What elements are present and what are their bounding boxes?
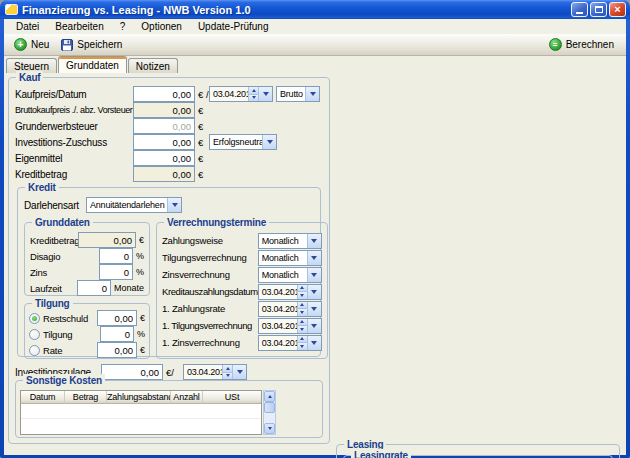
kreditbetrag-row: Kreditbetrag 0,00 €: [15, 166, 323, 182]
maximize-icon: [595, 6, 603, 13]
rate-radio[interactable]: [29, 345, 40, 356]
speichern-button[interactable]: Speichern: [55, 37, 128, 53]
kaufpreis-input[interactable]: 0,00: [133, 86, 195, 102]
table-row[interactable]: [21, 404, 261, 419]
date-spinner[interactable]: [248, 87, 258, 101]
zahlungsrate1-row: 1. Zahlungsrate 03.04.2012: [162, 300, 322, 317]
chevron-down-icon[interactable]: [307, 268, 321, 282]
col-zahlungsabstand[interactable]: Zahlungsabstand: [107, 391, 171, 404]
tab-grunddaten[interactable]: Grunddaten: [58, 56, 127, 73]
tilgungsverrechnung-select[interactable]: Monatlich: [258, 250, 322, 266]
kredit-kreditbetrag-input: 0,00: [78, 232, 136, 248]
rate-input[interactable]: 0,00: [97, 342, 137, 358]
bruttokaufpreis-row: Bruttokaufpreis ./. abz. Vorsteuer 0,00 …: [15, 102, 323, 118]
date-spinner[interactable]: [297, 319, 307, 333]
date-spinner[interactable]: [297, 336, 307, 350]
new-icon: +: [14, 38, 27, 51]
chevron-down-icon[interactable]: [262, 135, 276, 149]
tab-notizen[interactable]: Notizen: [128, 58, 178, 73]
chevron-down-icon[interactable]: [307, 251, 321, 265]
tab-strip: Steuern Grunddaten Notizen: [4, 56, 626, 73]
zinsverrechnung-select[interactable]: Monatlich: [258, 267, 322, 283]
kredit-grunddaten-group: Grunddaten Kreditbetrag 0,00 € Disagio 0: [24, 222, 150, 296]
table-scrollbar[interactable]: [263, 390, 276, 435]
zinsverrechnung1-row: 1. Zinsverrechnung 03.04.2012: [162, 334, 322, 351]
kaufpreis-label: Kaufpreis/Datum: [15, 89, 133, 100]
laufzeit-input[interactable]: 0: [77, 280, 111, 296]
menu-update-pruefung[interactable]: Update-Prüfung: [190, 20, 277, 33]
investitionszulage-date[interactable]: 03.04.2013: [183, 364, 247, 380]
zinsverrechnung1-date[interactable]: 03.04.2012: [258, 335, 322, 351]
scroll-up-icon[interactable]: [264, 391, 275, 402]
darlehensart-select[interactable]: Annuitätendarlehen: [86, 197, 182, 213]
tilgung-radio[interactable]: [29, 329, 40, 340]
kaufpreis-currency: € /: [195, 89, 209, 100]
neu-button[interactable]: + Neu: [8, 36, 55, 53]
col-anzahl[interactable]: Anzahl: [171, 391, 203, 404]
app-window: Finanzierung vs. Leasing - NWB Version 1…: [0, 0, 630, 458]
chevron-down-icon[interactable]: [258, 87, 272, 101]
col-betrag[interactable]: Betrag: [65, 391, 107, 404]
scroll-down-icon[interactable]: [264, 423, 275, 434]
minimize-button[interactable]: [571, 2, 588, 17]
zinsverrechnung-row: Zinsverrechnung Monatlich: [162, 266, 322, 283]
chevron-down-icon[interactable]: [305, 87, 319, 101]
maximize-button[interactable]: [590, 2, 607, 17]
menu-bearbeiten[interactable]: Bearbeiten: [47, 20, 111, 33]
menu-datei[interactable]: Datei: [8, 20, 47, 33]
chevron-down-icon[interactable]: [232, 365, 246, 379]
zahlungsweise-select[interactable]: Monatlich: [258, 233, 322, 249]
tilgung-input[interactable]: 0: [100, 326, 134, 342]
title-bar[interactable]: Finanzierung vs. Leasing - NWB Version 1…: [0, 0, 630, 19]
grunderwerbsteuer-row: Grunderwerbsteuer 0,00 €: [15, 118, 323, 134]
chevron-down-icon[interactable]: [307, 234, 321, 248]
bruttokaufpreis-label: Bruttokaufpreis ./. abz. Vorsteuer: [15, 105, 133, 115]
kaufpreis-mode-select[interactable]: Brutto: [276, 86, 320, 102]
bruttokaufpreis-input: 0,00: [133, 102, 195, 118]
main-content: Kauf Kaufpreis/Datum 0,00 € / 03.04.2012…: [4, 73, 626, 458]
tilgung-row: Tilgung 0 %: [29, 326, 145, 342]
disagio-input[interactable]: 0: [99, 248, 133, 264]
berechnen-button[interactable]: = Berechnen: [543, 36, 620, 53]
eigenmittel-label: Eigenmittel: [15, 153, 133, 164]
restschuld-radio[interactable]: [29, 313, 40, 324]
window-title: Finanzierung vs. Leasing - NWB Version 1…: [22, 4, 571, 16]
zahlungsrate1-date[interactable]: 03.04.2012: [258, 301, 322, 317]
kredit-group: Kredit Darlehensart Annuitätendarlehen: [17, 187, 321, 357]
eigenmittel-input[interactable]: 0,00: [133, 150, 195, 166]
kreditbetrag-input: 0,00: [133, 166, 195, 182]
close-button[interactable]: ×: [609, 2, 626, 17]
darlehensart-row: Darlehensart Annuitätendarlehen: [24, 197, 314, 213]
date-spinner[interactable]: [297, 302, 307, 316]
chevron-down-icon[interactable]: [307, 319, 321, 333]
menu-hilfe[interactable]: ?: [112, 20, 134, 33]
investitionszulage-input[interactable]: 0,00: [101, 364, 163, 380]
kreditauszahlungsdatum-date[interactable]: 03.04.2012: [258, 284, 322, 300]
eigenmittel-row: Eigenmittel 0,00 €: [15, 150, 323, 166]
kauf-sonstige-kosten-group: Sonstige Kosten Datum Betrag Zahlungsabs…: [15, 380, 323, 438]
table-row[interactable]: [21, 419, 261, 434]
scroll-thumb[interactable]: [264, 402, 275, 413]
kaufpreis-date[interactable]: 03.04.2012: [209, 86, 273, 102]
zins-input[interactable]: 0: [99, 264, 133, 280]
chevron-down-icon[interactable]: [167, 198, 181, 212]
spinner-up-icon: [252, 89, 256, 92]
chevron-down-icon[interactable]: [307, 302, 321, 316]
col-ust[interactable]: USt: [203, 391, 261, 404]
menu-bar: Datei Bearbeiten ? Optionen Update-Prüfu…: [4, 19, 626, 34]
date-spinner[interactable]: [222, 365, 232, 379]
col-datum[interactable]: Datum: [21, 391, 65, 404]
disagio-row: Disagio 0 %: [30, 248, 144, 264]
chevron-down-icon[interactable]: [307, 336, 321, 350]
darlehensart-label: Darlehensart: [24, 200, 86, 211]
tilgungsverrechnung1-date[interactable]: 03.04.2012: [258, 318, 322, 334]
chevron-down-icon[interactable]: [307, 285, 321, 299]
date-spinner[interactable]: [297, 285, 307, 299]
zins-row: Zins 0 %: [30, 264, 144, 280]
restschuld-input[interactable]: 0,00: [97, 310, 137, 326]
investitions-zuschuss-mode-select[interactable]: Erfolgsneutral: [209, 134, 277, 150]
investitions-zuschuss-input[interactable]: 0,00: [133, 134, 195, 150]
menu-optionen[interactable]: Optionen: [133, 20, 190, 33]
close-icon: ×: [614, 4, 620, 15]
tilgungsverrechnung-row: Tilgungsverrechnung Monatlich: [162, 249, 322, 266]
